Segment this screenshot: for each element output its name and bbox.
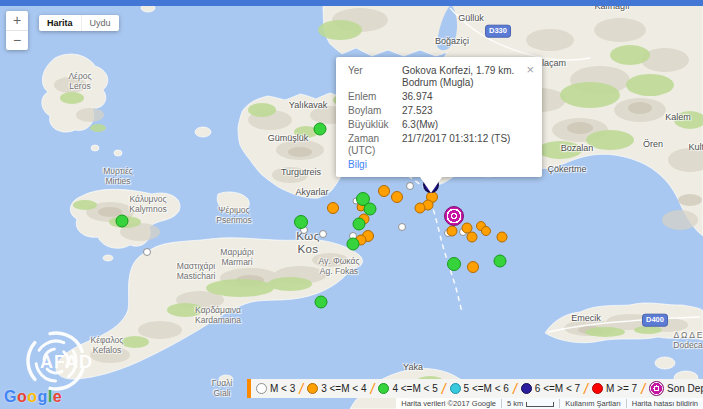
- map-label: Bozalan: [561, 143, 594, 153]
- zoom-out-button[interactable]: −: [6, 30, 28, 50]
- legend-item: 5 <=M < 6: [450, 383, 509, 394]
- google-logo-letter: g: [38, 388, 48, 405]
- map-label: Akyarlar: [295, 187, 328, 197]
- map-label: Gümüşlük: [268, 133, 309, 143]
- attribution-link[interactable]: Harita hatası bildirin: [626, 399, 703, 408]
- map-label: ΓυαλίGiali: [212, 379, 232, 399]
- son-deprem-icon: [649, 381, 664, 396]
- popup-row: YerGokova Korfezi, 1.79 km. Bodrum (Mugl…: [348, 65, 530, 89]
- popup-row-value: 21/7/2017 01:31:12 (TS): [402, 133, 530, 157]
- scale-control: 5 km: [501, 399, 559, 408]
- quake-marker[interactable]: [364, 203, 377, 216]
- popup-row: Zaman (UTC)21/7/2017 01:31:12 (TS): [348, 133, 530, 157]
- quake-marker[interactable]: [314, 123, 327, 136]
- popup-row-label: Yer: [348, 65, 396, 89]
- legend-item: 3 <=M < 4: [307, 383, 366, 394]
- map-label: Αγ. ΦωκάςAg. Fokas: [318, 257, 359, 277]
- popup-row: Büyüklük6.3(Mw): [348, 119, 530, 131]
- legend-item: 6 <=M < 7: [521, 383, 580, 394]
- earthquake-info-popup: YerGokova Korfezi, 1.79 km. Bodrum (Mugl…: [336, 57, 542, 177]
- legend-label: 4 <=M < 5: [392, 383, 437, 394]
- info-link[interactable]: Bilgi: [348, 159, 530, 170]
- attribution-text: Harita verileri ©2017 Google: [396, 399, 501, 408]
- quake-marker[interactable]: [497, 232, 508, 243]
- magnitude-circle-icon: [256, 383, 267, 394]
- quake-marker[interactable]: [327, 202, 339, 214]
- magnitude-circle-icon: [521, 383, 532, 394]
- close-icon[interactable]: ×: [526, 63, 534, 76]
- map-label: ΜυρτιέςMirties: [103, 167, 133, 187]
- quake-marker[interactable]: [116, 215, 129, 228]
- legend-separator: /: [584, 381, 588, 397]
- quake-marker[interactable]: [447, 257, 461, 271]
- quake-marker[interactable]: [447, 226, 458, 237]
- map-label: ΜαστιχάριMastichari: [177, 262, 216, 282]
- scale-bar: [526, 402, 554, 407]
- popup-row-value: Gokova Korfezi, 1.79 km. Bodrum (Mugla): [402, 65, 530, 89]
- map-type-harita[interactable]: Harita: [39, 15, 81, 31]
- quake-marker[interactable]: [391, 191, 403, 203]
- road-badge: D330: [485, 25, 511, 38]
- legend-item: 4 <=M < 5: [378, 383, 437, 394]
- map-label: Ören: [643, 139, 663, 149]
- quake-marker[interactable]: [143, 248, 151, 256]
- quake-marker[interactable]: [294, 215, 308, 229]
- map-label: ΚάλυμνοςKalymnos: [129, 195, 166, 215]
- zoom-control[interactable]: + −: [6, 11, 28, 50]
- popup-row-value: 27.523: [402, 105, 530, 117]
- quake-marker[interactable]: [378, 185, 390, 197]
- map-label: Güllük: [458, 13, 484, 23]
- legend-label: Son Deprem: [667, 383, 703, 394]
- map-label: Kultak: [688, 142, 703, 152]
- map-label: Kalem: [665, 112, 691, 122]
- quake-marker[interactable]: [467, 232, 478, 243]
- magnitude-circle-icon: [592, 383, 603, 394]
- legend-separator: /: [442, 381, 446, 397]
- legend-item: M >= 7: [592, 383, 637, 394]
- zoom-in-button[interactable]: +: [6, 11, 28, 30]
- magnitude-circle-icon: [378, 383, 389, 394]
- quake-marker[interactable]: [398, 223, 406, 231]
- quake-marker[interactable]: [415, 203, 426, 214]
- quake-marker[interactable]: [315, 296, 328, 309]
- attribution-link[interactable]: Kullanım Şartları: [559, 399, 625, 408]
- legend-label: 3 <=M < 4: [321, 383, 366, 394]
- popup-row: Enlem36.974: [348, 91, 530, 103]
- google-logo-letter: e: [53, 388, 62, 405]
- legend-separator: /: [641, 381, 645, 397]
- quake-marker[interactable]: [467, 261, 479, 273]
- map-canvas[interactable]: AFAD GüllükBoğaziçiKalınağılAlaçamYalıka…: [0, 0, 703, 409]
- son-deprem-marker[interactable]: [444, 206, 464, 226]
- legend-separator: /: [371, 381, 375, 397]
- google-logo-letter: G: [4, 388, 17, 405]
- quake-marker[interactable]: [481, 226, 491, 236]
- map-label: Yalıkavak: [289, 100, 327, 110]
- popup-row-value: 6.3(Mw): [402, 119, 530, 131]
- quake-marker[interactable]: [347, 238, 360, 251]
- popup-row-label: Zaman (UTC): [348, 133, 396, 157]
- map-type-uydu[interactable]: Uydu: [81, 15, 119, 31]
- legend-item: Son Deprem: [649, 381, 703, 396]
- popup-rows: YerGokova Korfezi, 1.79 km. Bodrum (Mugl…: [348, 65, 530, 157]
- quake-marker[interactable]: [319, 230, 327, 238]
- legend-label: 5 <=M < 6: [464, 383, 509, 394]
- legend-label: M >= 7: [606, 383, 637, 394]
- map-label: Boğaziçi: [435, 36, 469, 46]
- legend-separator: /: [299, 381, 303, 397]
- map-type-switch[interactable]: Harita Uydu: [39, 15, 119, 31]
- quake-marker[interactable]: [406, 182, 414, 190]
- google-logo-letter: o: [17, 388, 27, 405]
- legend-label: M < 3: [270, 383, 295, 394]
- popup-row-label: Büyüklük: [348, 119, 396, 131]
- popup-row: Boylam27.523: [348, 105, 530, 117]
- map-label: ΛέροςLeros: [68, 72, 91, 92]
- map-label: Δ Ω Δ ΕDodeca: [673, 331, 702, 351]
- google-logo[interactable]: Google: [4, 388, 62, 406]
- top-bar: [0, 0, 703, 6]
- quake-marker[interactable]: [353, 218, 366, 231]
- popup-row-label: Enlem: [348, 91, 396, 103]
- legend-item: M < 3: [256, 383, 295, 394]
- road-badge: D400: [642, 314, 668, 327]
- map-label: ΚωςKos: [296, 230, 319, 256]
- quake-marker[interactable]: [494, 255, 507, 268]
